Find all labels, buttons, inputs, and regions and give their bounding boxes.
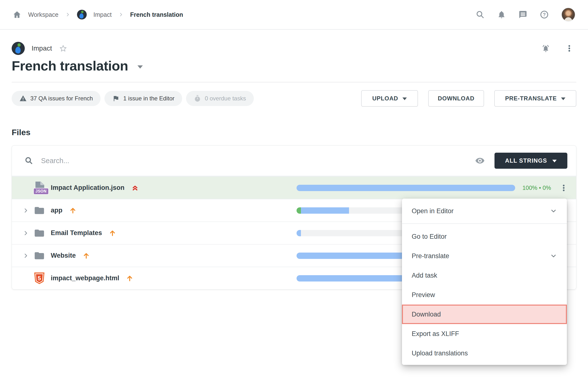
menu-item-label: Add task [412, 272, 437, 279]
breadcrumb-project[interactable]: Impact [93, 11, 112, 18]
title-dropdown-caret-icon[interactable] [137, 65, 143, 68]
subscribe-bell-icon[interactable] [541, 44, 550, 53]
flag-icon [112, 95, 120, 102]
chevron-down-icon [550, 252, 557, 260]
qa-issues-label: 37 QA issues for French [30, 95, 93, 102]
download-label: DOWNLOAD [438, 95, 474, 102]
file-row-impact-application-json[interactable]: JSON Impact Application.json 100% • 0% [12, 176, 576, 199]
star-icon[interactable] [59, 45, 67, 52]
strings-filter-label: ALL STRINGS [505, 157, 547, 164]
breadcrumb: Workspace Impact French translation [13, 10, 183, 20]
row-kebab-menu-icon[interactable] [560, 184, 568, 192]
menu-item-label: Upload translations [412, 350, 468, 357]
menu-item-label: Preview [412, 291, 435, 299]
progress-bar [296, 185, 515, 191]
eye-icon[interactable] [475, 156, 485, 165]
menu-item-open-in-editor[interactable]: Open in Editor [402, 202, 567, 220]
json-file-icon: JSON [33, 181, 45, 195]
chevron-right-icon [65, 12, 70, 17]
file-context-menu: Open in Editor Go to Editor Pre-translat… [402, 199, 567, 365]
home-icon[interactable] [13, 10, 21, 19]
menu-item-label: Export as XLIFF [412, 330, 459, 338]
messages-icon[interactable] [519, 10, 527, 19]
search-input[interactable] [41, 157, 475, 165]
progress-stats: 100% • 0% [523, 184, 551, 191]
menu-item-export-as-xliff[interactable]: Export as XLIFF [402, 324, 567, 343]
folder-name: Website [51, 252, 76, 259]
menu-item-label: Open in Editor [412, 207, 454, 215]
header-divider [12, 82, 576, 82]
pre-translate-label: PRE-TRANSLATE [505, 95, 557, 102]
priority-high-icon [83, 252, 90, 259]
files-search-row: ALL STRINGS [12, 146, 576, 176]
menu-item-label: Pre-translate [412, 252, 449, 260]
menu-item-label: Download [412, 311, 441, 318]
breadcrumb-current-page: French translation [130, 11, 183, 18]
help-icon[interactable]: ? [540, 10, 549, 19]
qa-issues-badge[interactable]: 37 QA issues for French [12, 91, 101, 106]
chevron-down-icon [561, 97, 566, 100]
menu-item-label: Go to Editor [412, 233, 447, 240]
project-kebab-menu-icon[interactable] [565, 44, 573, 52]
expand-chevron-icon[interactable] [20, 253, 31, 259]
priority-high-icon [69, 207, 77, 214]
folder-icon [35, 252, 44, 260]
file-name: impact_webpage.html [51, 274, 119, 282]
html-file-icon: 5 [34, 273, 44, 284]
project-logo[interactable] [77, 10, 87, 20]
project-logo [12, 42, 25, 55]
priority-high-icon [109, 229, 116, 237]
project-name: Impact [32, 45, 52, 52]
menu-divider [402, 223, 567, 224]
stopwatch-icon [194, 95, 201, 102]
upload-label: UPLOAD [372, 95, 398, 102]
menu-item-pre-translate[interactable]: Pre-translate [402, 246, 567, 266]
menu-item-preview[interactable]: Preview [402, 285, 567, 305]
folder-name: app [51, 207, 63, 214]
top-navbar: Workspace Impact French translation ? [0, 0, 588, 30]
menu-item-download[interactable]: Download [402, 305, 567, 324]
warning-icon [20, 95, 27, 102]
folder-icon [35, 229, 44, 237]
search-icon[interactable] [476, 10, 484, 19]
menu-item-add-task[interactable]: Add task [402, 266, 567, 285]
folder-name: Email Templates [51, 229, 102, 237]
editor-issues-badge[interactable]: 1 issue in the Editor [105, 91, 182, 106]
pre-translate-button[interactable]: PRE-TRANSLATE [494, 90, 576, 107]
notifications-bell-icon[interactable] [497, 10, 506, 19]
strings-filter-button[interactable]: ALL STRINGS [495, 153, 567, 169]
priority-high-icon [126, 275, 133, 282]
page-title: French translation [12, 58, 128, 74]
search-icon [24, 156, 33, 165]
chevron-down-icon [552, 160, 557, 162]
overdue-tasks-badge[interactable]: 0 overdue tasks [186, 91, 253, 106]
svg-text:?: ? [543, 12, 546, 17]
overdue-tasks-label: 0 overdue tasks [205, 95, 246, 102]
expand-chevron-icon[interactable] [20, 230, 31, 236]
menu-item-go-to-editor[interactable]: Go to Editor [402, 227, 567, 246]
project-header: Impact French translation [12, 42, 576, 82]
expand-chevron-icon[interactable] [20, 208, 31, 213]
file-name: Impact Application.json [51, 184, 125, 192]
editor-issues-label: 1 issue in the Editor [123, 95, 174, 102]
upload-button[interactable]: UPLOAD [361, 90, 418, 107]
chevron-down-icon [402, 97, 407, 100]
priority-highest-icon [131, 184, 139, 192]
chevron-down-icon [550, 207, 557, 215]
chevron-right-icon [119, 12, 123, 17]
menu-item-upload-translations[interactable]: Upload translations [402, 343, 567, 363]
avatar[interactable] [561, 7, 575, 22]
breadcrumb-workspace[interactable]: Workspace [28, 11, 59, 18]
download-button[interactable]: DOWNLOAD [428, 90, 484, 107]
folder-icon [35, 207, 44, 214]
topbar-actions: ? [476, 7, 575, 22]
files-heading: Files [12, 128, 576, 137]
meta-row: 37 QA issues for French 1 issue in the E… [12, 90, 576, 107]
